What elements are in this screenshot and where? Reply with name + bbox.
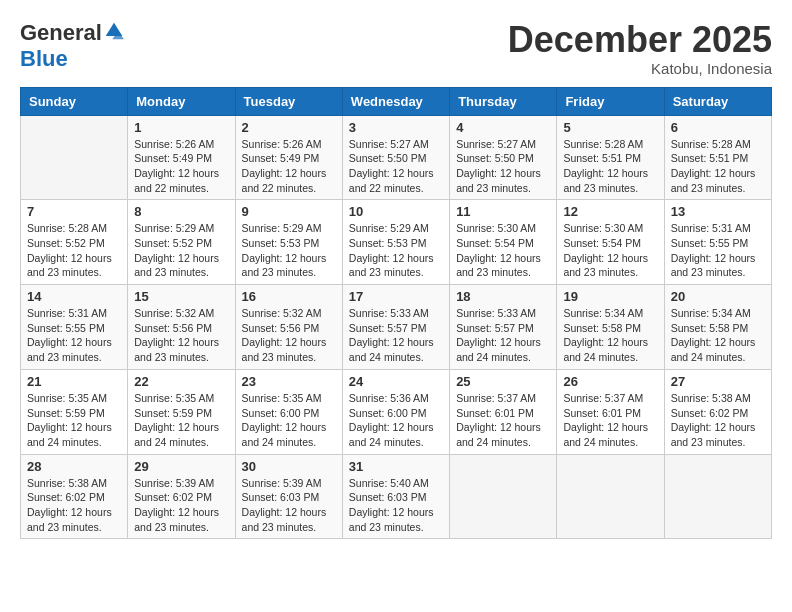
day-number: 27 [671,374,765,389]
day-number: 14 [27,289,121,304]
column-header-friday: Friday [557,87,664,115]
day-number: 3 [349,120,443,135]
calendar-cell: 22Sunrise: 5:35 AM Sunset: 5:59 PM Dayli… [128,369,235,454]
calendar-cell: 5Sunrise: 5:28 AM Sunset: 5:51 PM Daylig… [557,115,664,200]
calendar-cell: 24Sunrise: 5:36 AM Sunset: 6:00 PM Dayli… [342,369,449,454]
day-info: Sunrise: 5:37 AM Sunset: 6:01 PM Dayligh… [563,391,657,450]
day-info: Sunrise: 5:34 AM Sunset: 5:58 PM Dayligh… [563,306,657,365]
day-number: 25 [456,374,550,389]
calendar-cell: 3Sunrise: 5:27 AM Sunset: 5:50 PM Daylig… [342,115,449,200]
month-title: December 2025 [508,20,772,60]
logo-general: General [20,20,102,46]
day-number: 16 [242,289,336,304]
day-number: 10 [349,204,443,219]
day-number: 5 [563,120,657,135]
day-number: 30 [242,459,336,474]
day-number: 21 [27,374,121,389]
day-info: Sunrise: 5:27 AM Sunset: 5:50 PM Dayligh… [456,137,550,196]
logo: General Blue [20,20,124,72]
calendar-cell: 17Sunrise: 5:33 AM Sunset: 5:57 PM Dayli… [342,285,449,370]
day-number: 15 [134,289,228,304]
column-header-tuesday: Tuesday [235,87,342,115]
day-info: Sunrise: 5:32 AM Sunset: 5:56 PM Dayligh… [134,306,228,365]
calendar-cell: 27Sunrise: 5:38 AM Sunset: 6:02 PM Dayli… [664,369,771,454]
calendar-cell: 8Sunrise: 5:29 AM Sunset: 5:52 PM Daylig… [128,200,235,285]
day-info: Sunrise: 5:28 AM Sunset: 5:51 PM Dayligh… [563,137,657,196]
calendar-cell: 19Sunrise: 5:34 AM Sunset: 5:58 PM Dayli… [557,285,664,370]
calendar-cell: 31Sunrise: 5:40 AM Sunset: 6:03 PM Dayli… [342,454,449,539]
calendar-cell: 12Sunrise: 5:30 AM Sunset: 5:54 PM Dayli… [557,200,664,285]
calendar-cell: 25Sunrise: 5:37 AM Sunset: 6:01 PM Dayli… [450,369,557,454]
calendar-week-row: 1Sunrise: 5:26 AM Sunset: 5:49 PM Daylig… [21,115,772,200]
calendar-cell: 11Sunrise: 5:30 AM Sunset: 5:54 PM Dayli… [450,200,557,285]
calendar-cell: 16Sunrise: 5:32 AM Sunset: 5:56 PM Dayli… [235,285,342,370]
day-number: 18 [456,289,550,304]
calendar-cell: 15Sunrise: 5:32 AM Sunset: 5:56 PM Dayli… [128,285,235,370]
day-info: Sunrise: 5:36 AM Sunset: 6:00 PM Dayligh… [349,391,443,450]
day-info: Sunrise: 5:26 AM Sunset: 5:49 PM Dayligh… [134,137,228,196]
column-header-monday: Monday [128,87,235,115]
calendar-cell [21,115,128,200]
day-number: 13 [671,204,765,219]
calendar-cell: 30Sunrise: 5:39 AM Sunset: 6:03 PM Dayli… [235,454,342,539]
calendar-cell: 4Sunrise: 5:27 AM Sunset: 5:50 PM Daylig… [450,115,557,200]
logo-blue: Blue [20,46,68,72]
day-number: 6 [671,120,765,135]
calendar-cell: 28Sunrise: 5:38 AM Sunset: 6:02 PM Dayli… [21,454,128,539]
calendar-cell: 13Sunrise: 5:31 AM Sunset: 5:55 PM Dayli… [664,200,771,285]
column-header-saturday: Saturday [664,87,771,115]
day-number: 24 [349,374,443,389]
day-info: Sunrise: 5:28 AM Sunset: 5:51 PM Dayligh… [671,137,765,196]
day-info: Sunrise: 5:38 AM Sunset: 6:02 PM Dayligh… [27,476,121,535]
day-info: Sunrise: 5:30 AM Sunset: 5:54 PM Dayligh… [563,221,657,280]
location-subtitle: Katobu, Indonesia [508,60,772,77]
day-info: Sunrise: 5:38 AM Sunset: 6:02 PM Dayligh… [671,391,765,450]
day-number: 11 [456,204,550,219]
day-number: 19 [563,289,657,304]
calendar-week-row: 7Sunrise: 5:28 AM Sunset: 5:52 PM Daylig… [21,200,772,285]
calendar-cell: 6Sunrise: 5:28 AM Sunset: 5:51 PM Daylig… [664,115,771,200]
day-info: Sunrise: 5:39 AM Sunset: 6:03 PM Dayligh… [242,476,336,535]
calendar-cell: 21Sunrise: 5:35 AM Sunset: 5:59 PM Dayli… [21,369,128,454]
day-info: Sunrise: 5:35 AM Sunset: 5:59 PM Dayligh… [27,391,121,450]
calendar-cell [557,454,664,539]
calendar-cell: 18Sunrise: 5:33 AM Sunset: 5:57 PM Dayli… [450,285,557,370]
day-info: Sunrise: 5:33 AM Sunset: 5:57 PM Dayligh… [456,306,550,365]
calendar-cell: 14Sunrise: 5:31 AM Sunset: 5:55 PM Dayli… [21,285,128,370]
calendar-cell: 29Sunrise: 5:39 AM Sunset: 6:02 PM Dayli… [128,454,235,539]
calendar-cell: 20Sunrise: 5:34 AM Sunset: 5:58 PM Dayli… [664,285,771,370]
day-info: Sunrise: 5:26 AM Sunset: 5:49 PM Dayligh… [242,137,336,196]
calendar-cell: 2Sunrise: 5:26 AM Sunset: 5:49 PM Daylig… [235,115,342,200]
day-number: 12 [563,204,657,219]
day-number: 28 [27,459,121,474]
day-number: 4 [456,120,550,135]
day-number: 29 [134,459,228,474]
calendar-week-row: 14Sunrise: 5:31 AM Sunset: 5:55 PM Dayli… [21,285,772,370]
day-number: 26 [563,374,657,389]
day-info: Sunrise: 5:28 AM Sunset: 5:52 PM Dayligh… [27,221,121,280]
day-info: Sunrise: 5:33 AM Sunset: 5:57 PM Dayligh… [349,306,443,365]
day-info: Sunrise: 5:35 AM Sunset: 6:00 PM Dayligh… [242,391,336,450]
day-number: 20 [671,289,765,304]
calendar-cell: 1Sunrise: 5:26 AM Sunset: 5:49 PM Daylig… [128,115,235,200]
calendar-table: SundayMondayTuesdayWednesdayThursdayFrid… [20,87,772,540]
day-number: 7 [27,204,121,219]
day-number: 8 [134,204,228,219]
column-header-thursday: Thursday [450,87,557,115]
day-number: 9 [242,204,336,219]
day-info: Sunrise: 5:31 AM Sunset: 5:55 PM Dayligh… [671,221,765,280]
day-number: 17 [349,289,443,304]
day-number: 22 [134,374,228,389]
day-number: 31 [349,459,443,474]
calendar-cell: 10Sunrise: 5:29 AM Sunset: 5:53 PM Dayli… [342,200,449,285]
day-info: Sunrise: 5:29 AM Sunset: 5:53 PM Dayligh… [349,221,443,280]
day-number: 1 [134,120,228,135]
column-header-sunday: Sunday [21,87,128,115]
day-info: Sunrise: 5:37 AM Sunset: 6:01 PM Dayligh… [456,391,550,450]
calendar-cell: 7Sunrise: 5:28 AM Sunset: 5:52 PM Daylig… [21,200,128,285]
day-info: Sunrise: 5:27 AM Sunset: 5:50 PM Dayligh… [349,137,443,196]
day-info: Sunrise: 5:31 AM Sunset: 5:55 PM Dayligh… [27,306,121,365]
calendar-cell [664,454,771,539]
day-info: Sunrise: 5:32 AM Sunset: 5:56 PM Dayligh… [242,306,336,365]
day-info: Sunrise: 5:35 AM Sunset: 5:59 PM Dayligh… [134,391,228,450]
